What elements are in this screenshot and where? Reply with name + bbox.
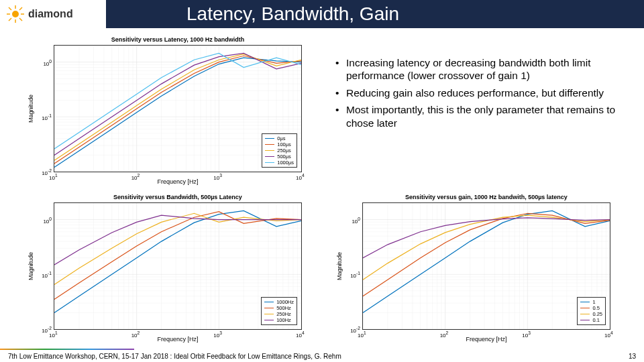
chart-bandwidth: Sensitivity versus Bandwidth, 500µs Late… (54, 202, 302, 330)
y-axis-label: Magnitude (28, 95, 34, 123)
chart-gain: Sensitivity versus gain, 1000 Hz bandwit… (362, 202, 610, 330)
bullet-0: Increasing latency or decreasing bandwid… (335, 56, 624, 82)
x-axis-label: Frequency [Hz] (54, 336, 301, 343)
slide-title: Latency, Bandwidth, Gain (106, 3, 644, 25)
footer-text: 7th Low Emittance Workshop, CERN, 15-17 … (8, 353, 629, 360)
svg-line-8 (9, 18, 11, 21)
legend: 1000Hz500Hz250Hz100Hz (261, 297, 297, 325)
chart-title: Sensitivity versus Bandwidth, 500µs Late… (54, 194, 301, 200)
chart-title: Sensitivity versus Latency, 1000 Hz band… (54, 36, 301, 43)
bullet-list: Increasing latency or decreasing bandwid… (335, 56, 624, 133)
y-axis-label: Magnitude (28, 252, 34, 280)
bullet-1: Reducing gain also reduces performance, … (335, 86, 624, 99)
header-bar: diamond Latency, Bandwidth, Gain (0, 0, 644, 28)
svg-line-6 (19, 18, 22, 21)
svg-line-7 (19, 7, 22, 10)
svg-point-0 (12, 11, 19, 17)
chart-title: Sensitivity versus gain, 1000 Hz bandwit… (363, 194, 610, 200)
bullet-2: Most importantly, this is the only param… (335, 103, 624, 129)
svg-line-5 (9, 7, 11, 10)
chart-latency: Sensitivity versus Latency, 1000 Hz band… (54, 45, 302, 172)
x-axis-label: Frequency [Hz] (54, 178, 301, 185)
brand-name: diamond (28, 8, 73, 20)
legend: 10.50.250.1 (577, 297, 606, 325)
page-number: 13 (629, 353, 636, 360)
y-axis-label: Magnitude (336, 252, 343, 280)
diamond-logo-icon (7, 5, 24, 23)
legend: 0µs100µs250µs500µs1000µs (262, 133, 297, 168)
content-area: Increasing latency or decreasing bandwid… (0, 28, 644, 350)
footer-bar: 7th Low Emittance Workshop, CERN, 15-17 … (0, 350, 644, 362)
x-axis-label: Frequency [Hz] (363, 336, 610, 343)
brand-lockup: diamond (0, 0, 106, 28)
